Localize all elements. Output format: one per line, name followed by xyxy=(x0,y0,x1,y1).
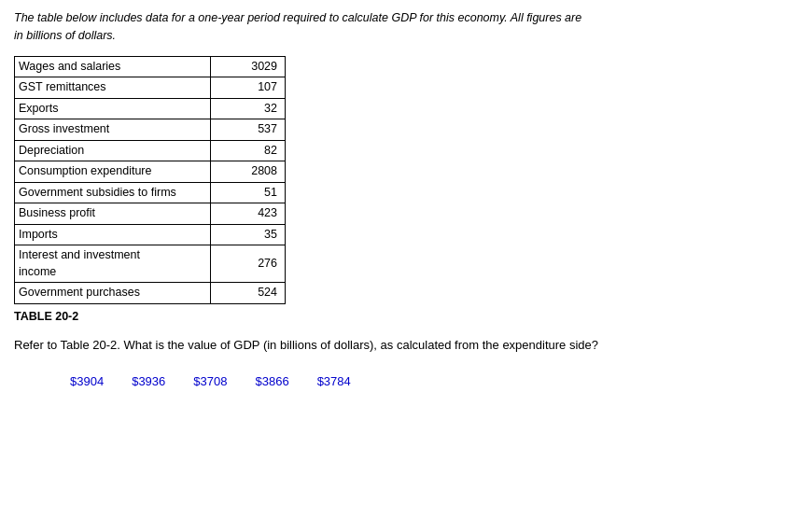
table-cell-label: GST remittances xyxy=(15,77,211,99)
answer-option-3[interactable]: $3866 xyxy=(255,374,288,388)
table-cell-label: Government purchases xyxy=(15,283,211,304)
table-row: Depreciation82 xyxy=(15,140,286,161)
table-cell-value: 537 xyxy=(211,119,286,141)
answer-option-1[interactable]: $3936 xyxy=(132,374,165,388)
table-cell-label: Wages and salaries xyxy=(15,56,211,77)
table-label: TABLE 20-2 xyxy=(14,310,784,323)
table-cell-label: Consumption expenditure xyxy=(15,161,211,183)
table-cell-label: Exports xyxy=(15,98,211,119)
table-cell-value: 524 xyxy=(211,283,286,304)
table-cell-label: Depreciation xyxy=(15,140,211,161)
table-cell-value: 423 xyxy=(211,203,286,225)
table-cell-value: 35 xyxy=(211,224,286,245)
intro-text: The table below includes data for a one-… xyxy=(14,9,593,45)
table-cell-label: Gross investment xyxy=(15,119,211,141)
table-cell-label: Interest and investmentincome xyxy=(15,245,211,283)
table-row: Wages and salaries3029 xyxy=(15,56,286,77)
answer-options: $3904$3936$3708$3866$3784 xyxy=(70,374,784,388)
table-row: Government subsidies to firms51 xyxy=(15,182,286,203)
table-row: Consumption expenditure2808 xyxy=(15,161,286,183)
answer-option-0[interactable]: $3904 xyxy=(70,374,104,388)
table-cell-value: 32 xyxy=(211,98,286,119)
table-row: Gross investment537 xyxy=(15,119,286,141)
table-cell-value: 51 xyxy=(211,182,286,203)
table-row: Exports32 xyxy=(15,98,286,119)
table-row: Government purchases524 xyxy=(15,283,286,304)
data-table: Wages and salaries3029GST remittances107… xyxy=(14,56,286,304)
question-text: Refer to Table 20-2. What is the value o… xyxy=(14,336,667,355)
table-cell-value: 3029 xyxy=(211,56,286,77)
table-cell-value: 276 xyxy=(211,245,286,283)
table-cell-value: 107 xyxy=(211,77,286,99)
table-row: Business profit423 xyxy=(15,203,286,225)
table-cell-label: Business profit xyxy=(15,203,211,225)
table-row: Imports35 xyxy=(15,224,286,245)
table-cell-value: 2808 xyxy=(211,161,286,183)
answer-option-2[interactable]: $3708 xyxy=(193,374,227,388)
answer-option-4[interactable]: $3784 xyxy=(317,374,351,388)
table-cell-label: Government subsidies to firms xyxy=(15,182,211,203)
table-row: Interest and investmentincome276 xyxy=(15,245,286,283)
table-row: GST remittances107 xyxy=(15,77,286,99)
table-cell-label: Imports xyxy=(15,224,211,245)
table-cell-value: 82 xyxy=(211,140,286,161)
